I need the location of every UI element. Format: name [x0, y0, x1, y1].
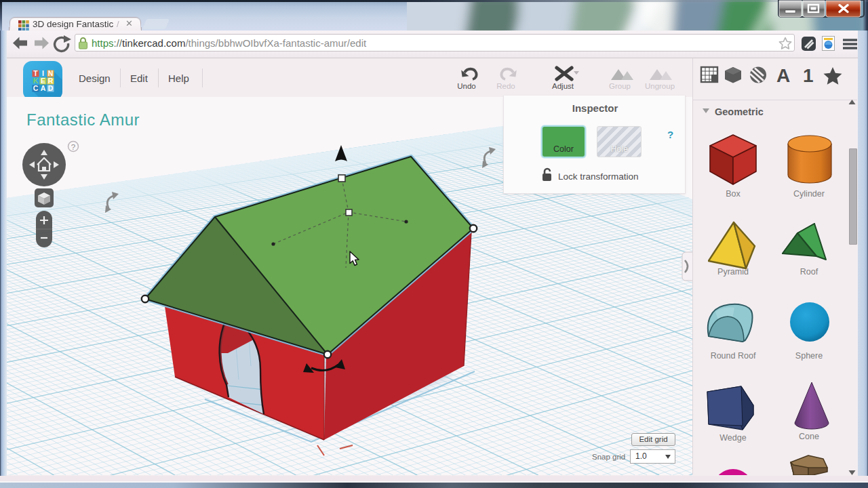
svg-text:A: A	[776, 65, 790, 85]
svg-text:D: D	[48, 84, 54, 92]
svg-text:?: ?	[71, 143, 75, 151]
svg-text:1: 1	[803, 65, 814, 85]
svg-text:C: C	[33, 84, 39, 92]
svg-text:A: A	[41, 84, 46, 92]
